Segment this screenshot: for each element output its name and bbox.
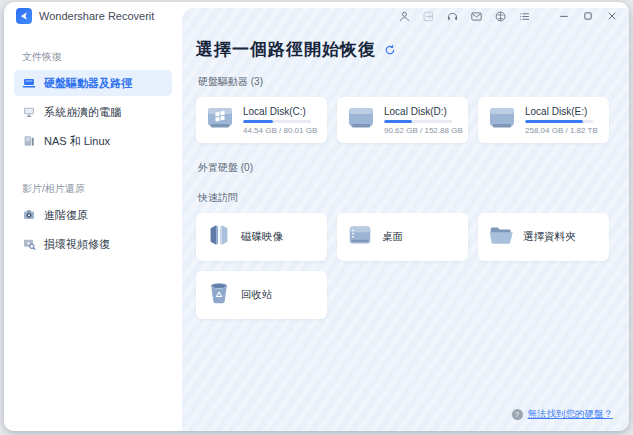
- drive-size: 44.54 GB / 80.01 GB: [243, 126, 317, 135]
- drive-size: 258.04 GB / 1.82 TB: [525, 126, 598, 135]
- quick-card-disk-image[interactable]: 磁碟映像: [196, 213, 327, 261]
- drive-card-e[interactable]: Local Disk(E:) 258.04 GB / 1.82 TB: [478, 97, 609, 143]
- help-icon: ?: [512, 409, 523, 420]
- disk-drive-icon: [487, 106, 517, 134]
- sidebar-item-label: NAS 和 Linux: [44, 134, 110, 149]
- sidebar-item-hard-drives[interactable]: 硬盤驅動器及路徑: [14, 70, 172, 96]
- disk-image-icon: [205, 222, 233, 252]
- title-bar: Wondershare Recoverit: [4, 2, 629, 30]
- quick-card-desktop[interactable]: 桌面: [337, 213, 468, 261]
- app-window: Wondershare Recoverit: [4, 2, 629, 431]
- mail-icon[interactable]: [469, 9, 484, 24]
- menu-list-icon[interactable]: [517, 9, 532, 24]
- logo-area: Wondershare Recoverit: [16, 8, 154, 24]
- globe-icon[interactable]: [493, 9, 508, 24]
- app-title: Wondershare Recoverit: [39, 10, 154, 22]
- drive-size: 90.62 GB / 152.88 GB: [384, 126, 462, 135]
- minimize-icon[interactable]: [556, 9, 571, 24]
- video-repair-icon: [22, 237, 36, 251]
- drive-card-c[interactable]: Local Disk(C:) 44.54 GB / 80.01 GB: [196, 97, 327, 143]
- import-icon[interactable]: [421, 9, 436, 24]
- choose-folder-icon: [487, 222, 515, 252]
- maximize-icon[interactable]: [580, 9, 595, 24]
- drive-name: Local Disk(E:): [525, 106, 598, 117]
- app-logo-icon: [16, 8, 32, 24]
- hard-drive-icon: [22, 76, 36, 90]
- quick-card-label: 磁碟映像: [241, 230, 283, 244]
- disk-drive-icon: [346, 106, 376, 134]
- sidebar-item-label: 進階復原: [44, 208, 88, 223]
- external-drives-section-label: 外置硬盤 (0): [198, 161, 611, 175]
- crashed-computer-icon: [22, 105, 36, 119]
- main-panel: 選擇一個路徑開始恢復 硬盤驅動器 (3) Local Disk(C:) 44.5…: [182, 8, 629, 431]
- sidebar-item-crashed-computer[interactable]: 系統崩潰的電腦: [14, 99, 172, 125]
- account-icon[interactable]: [397, 9, 412, 24]
- sidebar-item-label: 系統崩潰的電腦: [44, 105, 121, 120]
- sidebar-item-label: 硬盤驅動器及路徑: [44, 76, 132, 91]
- drive-usage-fill: [384, 120, 412, 123]
- close-icon[interactable]: [604, 9, 619, 24]
- camera-icon: [22, 208, 36, 222]
- drive-usage-fill: [243, 120, 273, 123]
- titlebar-actions: [397, 9, 619, 24]
- quick-card-choose-folder[interactable]: 選擇資料夾: [478, 213, 609, 261]
- quick-card-label: 回收站: [241, 288, 273, 302]
- drive-name: Local Disk(C:): [243, 106, 317, 117]
- drive-usage-fill: [525, 120, 583, 123]
- quick-card-recycle-bin[interactable]: 回收站: [196, 271, 327, 319]
- sidebar-item-nas-linux[interactable]: NAS 和 Linux: [14, 128, 172, 154]
- sidebar-section-file-recovery: 文件恢復: [22, 50, 164, 64]
- drive-name: Local Disk(D:): [384, 106, 462, 117]
- recycle-bin-icon: [205, 280, 233, 310]
- drive-usage-bar: [525, 120, 593, 123]
- sidebar-item-advanced-recovery[interactable]: 進階復原: [14, 202, 172, 228]
- support-headset-icon[interactable]: [445, 9, 460, 24]
- quick-card-label: 選擇資料夾: [523, 230, 576, 244]
- hard-drives-section-label: 硬盤驅動器 (3): [198, 75, 611, 89]
- drive-card-d[interactable]: Local Disk(D:) 90.62 GB / 152.88 GB: [337, 97, 468, 143]
- quick-access-list: 磁碟映像 桌面 選擇資料夾: [196, 213, 619, 319]
- cant-find-drive-link[interactable]: ? 無法找到您的硬盤？: [512, 408, 614, 421]
- refresh-icon[interactable]: [384, 44, 396, 56]
- quick-card-label: 桌面: [382, 230, 403, 244]
- drive-usage-bar: [384, 120, 452, 123]
- cant-find-drive-link-text[interactable]: 無法找到您的硬盤？: [528, 408, 614, 421]
- desktop-icon: [346, 222, 374, 252]
- hard-drives-list: Local Disk(C:) 44.54 GB / 80.01 GB Local…: [196, 97, 619, 143]
- sidebar-item-label: 損壞視頻修復: [44, 237, 110, 252]
- disk-drive-icon: [205, 106, 235, 134]
- nas-icon: [22, 134, 36, 148]
- page-title: 選擇一個路徑開始恢復: [196, 38, 376, 61]
- drive-usage-bar: [243, 120, 311, 123]
- sidebar: 文件恢復 硬盤驅動器及路徑 系統崩潰的電腦 NAS 和 Linux 影片/相片還…: [4, 30, 182, 431]
- sidebar-item-video-repair[interactable]: 損壞視頻修復: [14, 231, 172, 257]
- sidebar-section-photo-video: 影片/相片還原: [22, 182, 164, 196]
- quick-access-section-label: 快速訪問: [198, 191, 611, 205]
